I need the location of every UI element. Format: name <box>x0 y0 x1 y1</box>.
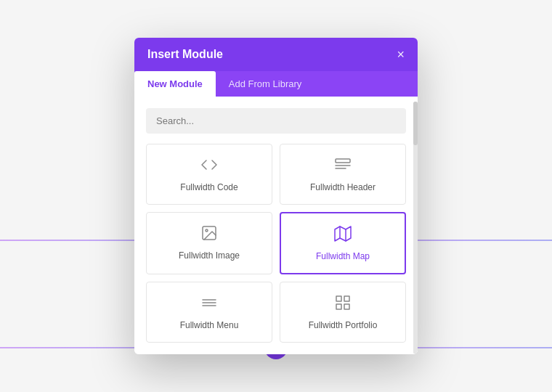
svg-point-4 <box>206 229 208 232</box>
tab-add-from-library[interactable]: Add From Library <box>216 71 314 97</box>
module-fullwidth-code[interactable]: Fullwidth Code <box>146 144 272 205</box>
svg-rect-14 <box>344 304 349 309</box>
modal-close-button[interactable]: × <box>397 48 405 61</box>
modal-title: Insert Module <box>147 48 223 61</box>
svg-rect-11 <box>336 296 341 301</box>
module-fullwidth-code-label: Fullwidth Code <box>180 182 238 192</box>
scrollbar-thumb[interactable] <box>413 102 418 145</box>
header-icon <box>334 156 352 176</box>
module-fullwidth-image-label: Fullwidth Image <box>179 250 240 261</box>
module-grid: Fullwidth Code Fullwidth Header <box>146 144 406 343</box>
insert-module-modal: Insert Module × New Module Add From Libr… <box>134 38 418 354</box>
code-icon <box>200 156 218 176</box>
svg-rect-12 <box>344 296 349 301</box>
svg-rect-13 <box>336 304 341 309</box>
modal-overlay: Insert Module × New Module Add From Libr… <box>0 0 552 392</box>
image-icon <box>200 224 218 245</box>
svg-rect-0 <box>336 159 350 163</box>
tab-new-module[interactable]: New Module <box>134 71 216 97</box>
module-fullwidth-portfolio-label: Fullwidth Portfolio <box>309 320 378 330</box>
search-input[interactable] <box>146 108 406 134</box>
module-fullwidth-header-label: Fullwidth Header <box>310 182 376 192</box>
module-fullwidth-portfolio[interactable]: Fullwidth Portfolio <box>280 282 406 343</box>
scrollbar-track[interactable] <box>413 102 418 354</box>
menu-icon <box>200 294 218 314</box>
module-fullwidth-menu-label: Fullwidth Menu <box>180 320 239 330</box>
modal-header: Insert Module × <box>134 38 418 71</box>
portfolio-icon <box>334 294 352 314</box>
modal-body: Fullwidth Code Fullwidth Header <box>134 97 418 354</box>
module-fullwidth-menu[interactable]: Fullwidth Menu <box>146 282 272 343</box>
modal-tabs: New Module Add From Library <box>134 71 418 97</box>
module-fullwidth-map-label: Fullwidth Map <box>316 251 370 261</box>
svg-marker-5 <box>335 226 351 241</box>
module-fullwidth-image[interactable]: Fullwidth Image <box>146 212 272 274</box>
module-fullwidth-header[interactable]: Fullwidth Header <box>280 144 406 205</box>
module-fullwidth-map[interactable]: Fullwidth Map <box>280 212 406 274</box>
map-icon <box>334 225 352 245</box>
